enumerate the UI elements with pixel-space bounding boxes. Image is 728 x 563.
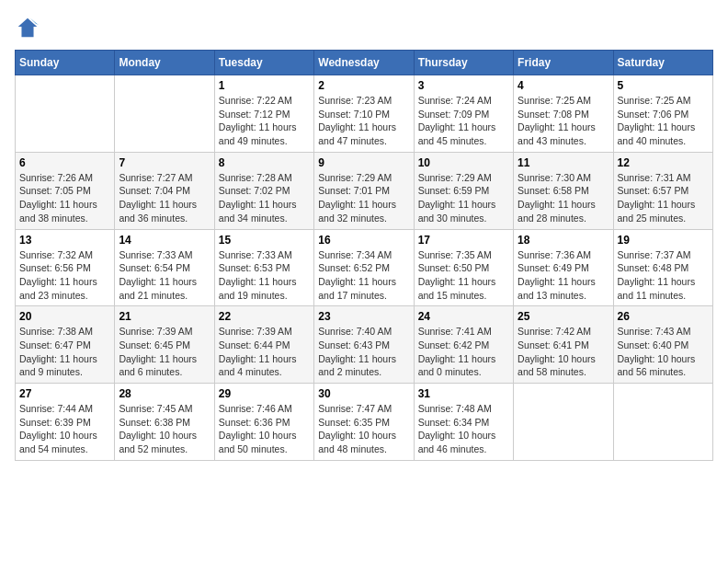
day-info: Sunrise: 7:45 AM Sunset: 6:38 PM Dayligh…	[119, 402, 210, 456]
weekday-monday: Monday	[115, 51, 214, 75]
calendar-cell: 5Sunrise: 7:25 AM Sunset: 7:06 PM Daylig…	[613, 75, 712, 153]
day-number: 4	[518, 79, 609, 92]
day-info: Sunrise: 7:48 AM Sunset: 6:34 PM Dayligh…	[418, 402, 509, 456]
day-number: 27	[19, 387, 110, 400]
calendar-cell	[115, 75, 214, 153]
day-info: Sunrise: 7:37 AM Sunset: 6:48 PM Dayligh…	[618, 248, 709, 303]
calendar-cell: 19Sunrise: 7:37 AM Sunset: 6:48 PM Dayli…	[613, 229, 712, 306]
day-info: Sunrise: 7:39 AM Sunset: 6:45 PM Dayligh…	[119, 325, 210, 379]
calendar-body: 1Sunrise: 7:22 AM Sunset: 7:12 PM Daylig…	[16, 75, 713, 461]
day-number: 19	[618, 234, 709, 247]
calendar-cell: 11Sunrise: 7:30 AM Sunset: 6:58 PM Dayli…	[514, 152, 613, 229]
calendar-cell: 15Sunrise: 7:33 AM Sunset: 6:53 PM Dayli…	[214, 229, 313, 306]
weekday-sunday: Sunday	[16, 51, 115, 75]
day-number: 5	[618, 79, 709, 92]
day-info: Sunrise: 7:33 AM Sunset: 6:53 PM Dayligh…	[219, 248, 310, 303]
calendar-cell	[514, 384, 613, 461]
calendar-cell: 30Sunrise: 7:47 AM Sunset: 6:35 PM Dayli…	[314, 384, 414, 461]
day-number: 21	[119, 310, 210, 323]
day-number: 20	[19, 310, 110, 323]
calendar-cell: 14Sunrise: 7:33 AM Sunset: 6:54 PM Dayli…	[115, 229, 214, 306]
day-info: Sunrise: 7:35 AM Sunset: 6:50 PM Dayligh…	[418, 248, 509, 303]
day-info: Sunrise: 7:26 AM Sunset: 7:05 PM Dayligh…	[19, 171, 110, 225]
calendar-cell: 16Sunrise: 7:34 AM Sunset: 6:52 PM Dayli…	[314, 229, 414, 306]
day-info: Sunrise: 7:39 AM Sunset: 6:44 PM Dayligh…	[219, 325, 310, 379]
day-info: Sunrise: 7:34 AM Sunset: 6:52 PM Dayligh…	[318, 248, 409, 303]
calendar-week-3: 13Sunrise: 7:32 AM Sunset: 6:56 PM Dayli…	[16, 229, 713, 306]
page-header	[15, 15, 713, 40]
weekday-saturday: Saturday	[613, 51, 712, 75]
day-number: 25	[518, 310, 609, 323]
day-info: Sunrise: 7:29 AM Sunset: 7:01 PM Dayligh…	[318, 171, 409, 225]
day-info: Sunrise: 7:36 AM Sunset: 6:49 PM Dayligh…	[518, 248, 609, 303]
calendar-table: SundayMondayTuesdayWednesdayThursdayFrid…	[15, 50, 713, 461]
day-info: Sunrise: 7:46 AM Sunset: 6:36 PM Dayligh…	[219, 402, 310, 456]
calendar-cell: 4Sunrise: 7:25 AM Sunset: 7:08 PM Daylig…	[514, 75, 613, 153]
calendar-cell: 21Sunrise: 7:39 AM Sunset: 6:45 PM Dayli…	[115, 306, 214, 384]
day-info: Sunrise: 7:25 AM Sunset: 7:08 PM Dayligh…	[518, 94, 609, 148]
calendar-week-2: 6Sunrise: 7:26 AM Sunset: 7:05 PM Daylig…	[16, 152, 713, 229]
day-info: Sunrise: 7:31 AM Sunset: 6:57 PM Dayligh…	[618, 171, 709, 225]
calendar-cell: 7Sunrise: 7:27 AM Sunset: 7:04 PM Daylig…	[115, 152, 214, 229]
day-number: 3	[418, 79, 509, 92]
day-number: 12	[618, 156, 709, 169]
calendar-cell: 3Sunrise: 7:24 AM Sunset: 7:09 PM Daylig…	[414, 75, 513, 153]
day-number: 22	[219, 310, 310, 323]
calendar-cell: 31Sunrise: 7:48 AM Sunset: 6:34 PM Dayli…	[414, 384, 513, 461]
calendar-cell: 9Sunrise: 7:29 AM Sunset: 7:01 PM Daylig…	[314, 152, 414, 229]
calendar-cell: 18Sunrise: 7:36 AM Sunset: 6:49 PM Dayli…	[514, 229, 613, 306]
day-info: Sunrise: 7:30 AM Sunset: 6:58 PM Dayligh…	[518, 171, 609, 225]
day-info: Sunrise: 7:43 AM Sunset: 6:40 PM Dayligh…	[618, 325, 709, 379]
calendar-cell: 22Sunrise: 7:39 AM Sunset: 6:44 PM Dayli…	[214, 306, 313, 384]
day-info: Sunrise: 7:44 AM Sunset: 6:39 PM Dayligh…	[19, 402, 110, 456]
calendar-cell: 24Sunrise: 7:41 AM Sunset: 6:42 PM Dayli…	[414, 306, 513, 384]
calendar-cell	[16, 75, 115, 153]
day-number: 6	[19, 156, 110, 169]
calendar-week-4: 20Sunrise: 7:38 AM Sunset: 6:47 PM Dayli…	[16, 306, 713, 384]
weekday-friday: Friday	[514, 51, 613, 75]
calendar-cell: 2Sunrise: 7:23 AM Sunset: 7:10 PM Daylig…	[314, 75, 414, 153]
day-info: Sunrise: 7:38 AM Sunset: 6:47 PM Dayligh…	[19, 325, 110, 379]
calendar-cell: 8Sunrise: 7:28 AM Sunset: 7:02 PM Daylig…	[214, 152, 313, 229]
calendar-cell: 29Sunrise: 7:46 AM Sunset: 6:36 PM Dayli…	[214, 384, 313, 461]
day-info: Sunrise: 7:40 AM Sunset: 6:43 PM Dayligh…	[318, 325, 409, 379]
calendar-cell: 27Sunrise: 7:44 AM Sunset: 6:39 PM Dayli…	[16, 384, 115, 461]
day-info: Sunrise: 7:33 AM Sunset: 6:54 PM Dayligh…	[119, 248, 210, 303]
day-number: 31	[418, 387, 509, 400]
day-info: Sunrise: 7:41 AM Sunset: 6:42 PM Dayligh…	[418, 325, 509, 379]
day-info: Sunrise: 7:32 AM Sunset: 6:56 PM Dayligh…	[19, 248, 110, 303]
weekday-tuesday: Tuesday	[214, 51, 313, 75]
day-number: 15	[219, 234, 310, 247]
day-number: 14	[119, 234, 210, 247]
calendar-cell	[613, 384, 712, 461]
day-number: 23	[318, 310, 409, 323]
calendar-cell: 26Sunrise: 7:43 AM Sunset: 6:40 PM Dayli…	[613, 306, 712, 384]
calendar-cell: 1Sunrise: 7:22 AM Sunset: 7:12 PM Daylig…	[214, 75, 313, 153]
day-number: 28	[119, 387, 210, 400]
day-number: 11	[518, 156, 609, 169]
calendar-cell: 25Sunrise: 7:42 AM Sunset: 6:41 PM Dayli…	[514, 306, 613, 384]
day-number: 13	[19, 234, 110, 247]
weekday-thursday: Thursday	[414, 51, 513, 75]
day-number: 24	[418, 310, 509, 323]
calendar-cell: 13Sunrise: 7:32 AM Sunset: 6:56 PM Dayli…	[16, 229, 115, 306]
day-info: Sunrise: 7:23 AM Sunset: 7:10 PM Dayligh…	[318, 94, 409, 148]
day-number: 9	[318, 156, 409, 169]
day-info: Sunrise: 7:28 AM Sunset: 7:02 PM Dayligh…	[219, 171, 310, 225]
day-info: Sunrise: 7:47 AM Sunset: 6:35 PM Dayligh…	[318, 402, 409, 456]
day-number: 29	[219, 387, 310, 400]
day-info: Sunrise: 7:42 AM Sunset: 6:41 PM Dayligh…	[518, 325, 609, 379]
day-number: 8	[219, 156, 310, 169]
weekday-wednesday: Wednesday	[314, 51, 414, 75]
day-number: 18	[518, 234, 609, 247]
calendar-week-5: 27Sunrise: 7:44 AM Sunset: 6:39 PM Dayli…	[16, 384, 713, 461]
calendar-cell: 20Sunrise: 7:38 AM Sunset: 6:47 PM Dayli…	[16, 306, 115, 384]
day-number: 30	[318, 387, 409, 400]
calendar-week-1: 1Sunrise: 7:22 AM Sunset: 7:12 PM Daylig…	[16, 75, 713, 153]
day-number: 7	[119, 156, 210, 169]
day-number: 10	[418, 156, 509, 169]
day-number: 17	[418, 234, 509, 247]
calendar-cell: 17Sunrise: 7:35 AM Sunset: 6:50 PM Dayli…	[414, 229, 513, 306]
day-info: Sunrise: 7:24 AM Sunset: 7:09 PM Dayligh…	[418, 94, 509, 148]
day-number: 1	[219, 79, 310, 92]
